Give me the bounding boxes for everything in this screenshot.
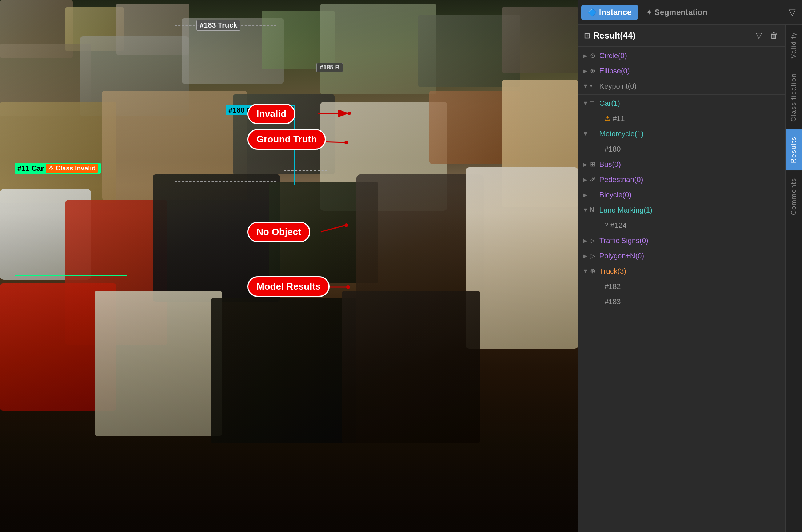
scene-background (0, 0, 578, 532)
label-circle: Circle(0) (599, 52, 798, 60)
expand-bicycle: ▶ (583, 192, 590, 198)
label-lane-124: #124 (610, 221, 793, 230)
tree-item-car[interactable]: ▼ □ Car(1) ✎ 👁 🗑 (578, 96, 802, 111)
label-traffic: Traffic Signs(0) (599, 237, 798, 245)
expand-traffic: ▶ (583, 237, 590, 244)
icon-keypoint: • (590, 82, 599, 90)
results-delete-btn[interactable]: 🗑 (768, 29, 780, 42)
results-filter-btn[interactable]: ▽ (754, 29, 764, 42)
tree-item-bicycle[interactable]: ▶ □ Bicycle(0) (578, 187, 802, 202)
label-lane: Lane Marking(1) (599, 206, 771, 214)
tree-item-polygon[interactable]: ▶ ▷ Polygon+N(0) (578, 248, 802, 263)
label-truck-183: #183 (605, 298, 770, 306)
motorcycle-edit-icon[interactable]: ✎ (770, 129, 777, 138)
tree-item-traffic-signs[interactable]: ▶ ▷ Traffic Signs(0) (578, 233, 802, 248)
segmentation-icon: ✦ (646, 8, 652, 17)
segmentation-tab-label: Segmentation (654, 8, 707, 17)
label-car-11: #11 (613, 114, 770, 123)
results-header: ⊞ Result(44) ▽ 🗑 ⋮ (578, 25, 802, 47)
right-panel: 🔷 Instance ✦ Segmentation ▽ ⊞ Result(44)… (578, 0, 802, 532)
icon-circle: ⊙ (590, 52, 599, 60)
expand-lane: ▼ (583, 207, 590, 213)
tree-item-lane-marking[interactable]: ▼ N Lane Marking(1) ✎ ⊘ 🗑 (578, 202, 802, 218)
label-keypoint: Keypoint(0) (599, 82, 798, 90)
expand-circle: ▶ (583, 52, 590, 59)
divider-1 (578, 94, 802, 95)
tab-segmentation[interactable]: ✦ Segmentation (639, 5, 714, 20)
icon-bicycle: □ (590, 191, 599, 199)
label-motorcycle-180: #180 (605, 145, 770, 153)
label-car: Car(1) (599, 99, 770, 108)
lane-edit-icon[interactable]: ✎ (771, 205, 778, 215)
expand-ellipse: ▶ (583, 68, 590, 74)
tree-item-truck-183[interactable]: #183 ✎ 👁 🗑 (578, 294, 802, 309)
icon-truck: ⊛ (590, 267, 599, 275)
icon-ellipse: ⊕ (590, 67, 599, 75)
side-tab-classification[interactable]: Classification (786, 66, 802, 129)
callout-no-object: No Object (247, 222, 310, 242)
icon-pedestrian: 𝒫 (590, 176, 599, 183)
instance-icon: 🔷 (588, 8, 597, 17)
label-motorcycle: Motorcycle(1) (599, 130, 770, 138)
icon-traffic: ▷ (590, 237, 599, 245)
truck-edit-icon[interactable]: ✎ (770, 266, 777, 276)
car-11-label-text: #11 Car (17, 164, 44, 173)
global-filter-button[interactable]: ▽ (785, 5, 799, 20)
tree-item-ellipse[interactable]: ▶ ⊕ Ellipse(0) (578, 63, 802, 78)
tree-item-pedestrian[interactable]: ▶ 𝒫 Pedestrian(0) (578, 172, 802, 187)
tab-instance[interactable]: 🔷 Instance (581, 5, 638, 20)
tree-item-car-11[interactable]: ⚠ #11 ✎ 👁 🗑 (578, 111, 802, 126)
label-truck-185: #185 B (316, 63, 343, 72)
tree-item-lane-124[interactable]: ? #124 + (578, 218, 802, 233)
car-11-edit-icon[interactable]: ✎ (770, 114, 777, 123)
expand-pedestrian: ▶ (583, 176, 590, 183)
invalid-badge: ⚠ Class Invalid (46, 164, 98, 173)
tree-list[interactable]: ▶ ⊙ Circle(0) ▶ ⊕ Ellipse(0) ▼ • Keypoin… (578, 47, 802, 532)
label-pedestrian: Pedestrian(0) (599, 176, 798, 184)
label-truck-183: #183 Truck (196, 20, 240, 31)
moto-180-edit-icon[interactable]: ✎ (770, 144, 777, 154)
callout-ground-truth: Ground Truth (247, 129, 326, 150)
icon-bus: ⊞ (590, 160, 599, 168)
canvas-area[interactable]: #183 Truck #180 Motorcycle #11 Car ⚠ Cla… (0, 0, 578, 532)
label-truck-182: #182 (605, 282, 770, 291)
expand-truck: ▼ (583, 268, 590, 274)
truck-182-edit-icon[interactable]: ✎ (770, 282, 777, 291)
label-bicycle: Bicycle(0) (599, 191, 798, 199)
warning-icon-car-11: ⚠ (605, 114, 610, 122)
side-tab-validity[interactable]: Validity (786, 25, 802, 66)
label-truck: Truck(3) (599, 267, 770, 275)
instance-tab-label: Instance (599, 8, 631, 17)
tree-item-motorcycle-180[interactable]: #180 ✎ 👁 🗑 (578, 141, 802, 157)
expand-keypoint: ▼ (583, 83, 590, 89)
label-bus: Bus(0) (599, 160, 798, 169)
callout-model-results: Model Results (247, 276, 330, 297)
expand-car: ▼ (583, 100, 590, 106)
tree-item-bus[interactable]: ▶ ⊞ Bus(0) (578, 157, 802, 172)
icon-polygon: ▷ (590, 252, 599, 260)
tree-item-circle[interactable]: ▶ ⊙ Circle(0) (578, 48, 802, 63)
expand-polygon: ▶ (583, 253, 590, 259)
tree-item-truck-182[interactable]: #182 ✎ 👁 🗑 (578, 279, 802, 294)
callout-invalid: Invalid (247, 104, 295, 124)
tab-bar: 🔷 Instance ✦ Segmentation ▽ (578, 0, 802, 25)
tree-item-keypoint[interactable]: ▼ • Keypoint(0) (578, 78, 802, 94)
car-edit-icon[interactable]: ✎ (770, 98, 777, 108)
tree-item-truck[interactable]: ▼ ⊛ Truck(3) ✎ 👁 🗑 (578, 263, 802, 279)
truck-183-edit-icon[interactable]: ✎ (770, 297, 777, 306)
icon-motorcycle: □ (590, 130, 599, 138)
side-tabs: Validity Classification Results Comments (785, 25, 802, 532)
results-grid-icon: ⊞ (584, 31, 590, 40)
expand-motorcycle: ▼ (583, 130, 590, 137)
label-car-11: #11 Car ⚠ Class Invalid (15, 163, 101, 174)
tree-item-motorcycle[interactable]: ▼ □ Motorcycle(1) ✎ 👁 🗑 (578, 126, 802, 141)
label-ellipse: Ellipse(0) (599, 67, 798, 75)
side-tab-results[interactable]: Results (786, 129, 802, 170)
icon-car: □ (590, 100, 599, 107)
results-title: Result(44) (593, 31, 754, 41)
icon-lane: N (590, 207, 599, 213)
label-polygon: Polygon+N(0) (599, 252, 798, 260)
no-object-icon: ? (605, 222, 608, 229)
expand-bus: ▶ (583, 161, 590, 168)
side-tab-comments[interactable]: Comments (786, 170, 802, 222)
